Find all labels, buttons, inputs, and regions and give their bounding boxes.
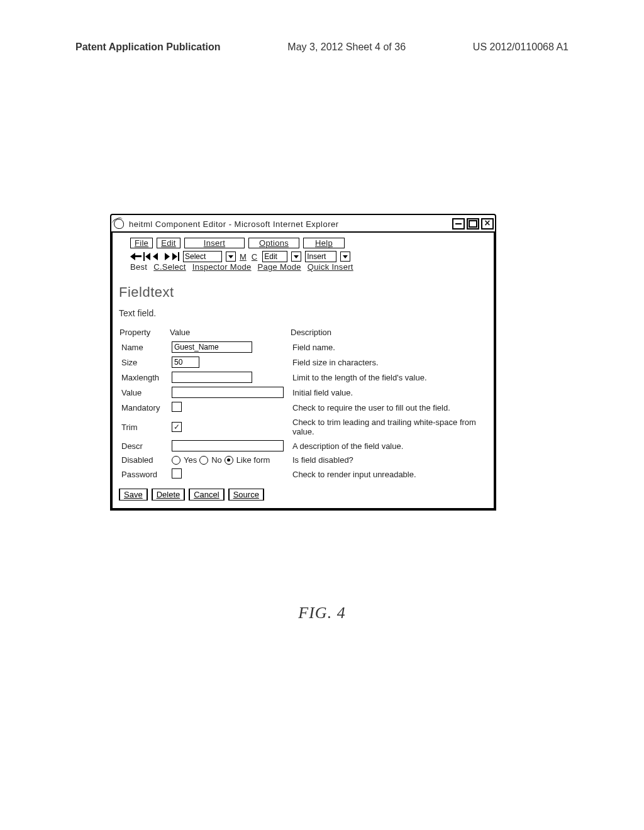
- col-description: Description: [290, 327, 487, 340]
- disabled-yes-label: Yes: [184, 455, 197, 465]
- prop-label: Password: [119, 467, 169, 482]
- disabled-no-label: No: [211, 455, 222, 465]
- menu-edit[interactable]: Edit: [157, 238, 180, 248]
- action-buttons: Save Delete Cancel Source: [119, 489, 487, 501]
- edit-dropdown-input[interactable]: [262, 251, 287, 262]
- component-title: Fieldtext: [119, 284, 487, 301]
- maxlength-field[interactable]: [172, 372, 252, 383]
- trim-checkbox[interactable]: [172, 422, 182, 432]
- back-icon[interactable]: [130, 253, 142, 260]
- table-row: Disabled Yes No Like form Is fiel: [119, 453, 487, 467]
- disabled-yes-radio[interactable]: [172, 456, 180, 465]
- page-header: Patent Application Publication May 3, 20…: [0, 0, 644, 53]
- value-field[interactable]: [172, 387, 284, 398]
- toolbar-row-2: Best C.Select Inspector Mode Page Mode Q…: [119, 262, 487, 272]
- nav-next-icon[interactable]: [162, 253, 170, 260]
- maximize-button[interactable]: [467, 218, 479, 230]
- disabled-like-label: Like form: [236, 455, 270, 465]
- toolbar-cselect[interactable]: C.Select: [153, 262, 186, 272]
- password-checkbox[interactable]: [172, 468, 182, 479]
- insert-dropdown-button[interactable]: [340, 252, 350, 262]
- prop-desc: Field name.: [290, 340, 487, 355]
- component-subtitle: Text field.: [119, 308, 487, 318]
- table-row: Value Initial field value.: [119, 385, 487, 400]
- nav-prev-icon[interactable]: [153, 253, 160, 260]
- prop-label: Mandatory: [119, 400, 169, 416]
- menu-insert[interactable]: Insert: [184, 238, 245, 248]
- save-button[interactable]: Save: [119, 489, 148, 501]
- prop-label: Size: [119, 355, 169, 370]
- toolbar-page-mode[interactable]: Page Mode: [258, 262, 301, 272]
- prop-desc: Check to trim leading and trailing white…: [290, 416, 487, 438]
- toolbar-c-label[interactable]: C: [252, 252, 257, 262]
- table-row: Trim Check to trim leading and trailing …: [119, 416, 487, 438]
- ie-icon: [114, 219, 124, 229]
- prop-label: Maxlength: [119, 370, 169, 385]
- prop-desc: Check to render input unreadable.: [290, 467, 487, 482]
- prop-label: Descr: [119, 438, 169, 453]
- size-field[interactable]: [172, 357, 199, 368]
- toolbar-inspector[interactable]: Inspector Mode: [192, 262, 252, 272]
- figure-label: FIG. 4: [0, 604, 644, 622]
- prop-desc: Initial field value.: [290, 385, 487, 400]
- prop-label: Value: [119, 385, 169, 400]
- prop-desc: Field size in characters.: [290, 355, 487, 370]
- header-center: May 3, 2012 Sheet 4 of 36: [287, 42, 406, 53]
- prop-desc: Check to require the user to fill out th…: [290, 400, 487, 416]
- properties-table: Property Value Description Name Field na…: [119, 327, 487, 482]
- header-left: Patent Application Publication: [75, 42, 221, 53]
- mandatory-checkbox[interactable]: [172, 402, 182, 412]
- menubar: File Edit Insert Options Help: [119, 236, 487, 251]
- delete-button[interactable]: Delete: [152, 489, 186, 501]
- prop-label: Disabled: [119, 453, 169, 467]
- menu-options[interactable]: Options: [248, 238, 299, 248]
- table-row: Size Field size in characters.: [119, 355, 487, 370]
- col-value: Value: [169, 327, 290, 340]
- titlebar: heitml Component Editor - Microsoft Inte…: [111, 215, 495, 231]
- close-button[interactable]: [481, 218, 494, 230]
- prop-label: Trim: [119, 416, 169, 438]
- prop-desc: A description of the field value.: [290, 438, 487, 453]
- disabled-like-radio[interactable]: [225, 456, 233, 465]
- menu-file[interactable]: File: [130, 238, 153, 248]
- select-dropdown-input[interactable]: [183, 251, 222, 262]
- app-window: heitml Component Editor - Microsoft Inte…: [110, 214, 496, 511]
- disabled-no-radio[interactable]: [199, 456, 208, 465]
- toolbar-quick-insert[interactable]: Quick Insert: [308, 262, 353, 272]
- source-button[interactable]: Source: [228, 489, 264, 501]
- prop-desc: Limit to the length of the field's value…: [290, 370, 487, 385]
- table-row: Mandatory Check to require the user to f…: [119, 400, 487, 416]
- toolbar-row-1: M C: [119, 251, 487, 262]
- select-dropdown-button[interactable]: [226, 252, 236, 262]
- prop-label: Name: [119, 340, 169, 355]
- table-row: Maxlength Limit to the length of the fie…: [119, 370, 487, 385]
- table-row: Password Check to render input unreadabl…: [119, 467, 487, 482]
- menu-help[interactable]: Help: [303, 238, 345, 248]
- table-row: Name Field name.: [119, 340, 487, 355]
- toolbar-m-label[interactable]: M: [240, 252, 247, 262]
- table-row: Descr A description of the field value.: [119, 438, 487, 453]
- edit-dropdown-button[interactable]: [291, 252, 301, 262]
- name-field[interactable]: [172, 341, 252, 353]
- minimize-button[interactable]: [452, 218, 465, 230]
- nav-first-icon[interactable]: [143, 253, 151, 260]
- prop-desc: Is field disabled?: [290, 453, 487, 467]
- window-title: heitml Component Editor - Microsoft Inte…: [129, 219, 452, 229]
- toolbar-best[interactable]: Best: [130, 262, 147, 272]
- nav-last-icon[interactable]: [172, 253, 179, 260]
- cancel-button[interactable]: Cancel: [189, 489, 224, 501]
- header-right: US 2012/0110068 A1: [473, 42, 569, 53]
- insert-dropdown-input[interactable]: [305, 251, 336, 262]
- col-property: Property: [119, 327, 169, 340]
- descr-field[interactable]: [172, 440, 284, 451]
